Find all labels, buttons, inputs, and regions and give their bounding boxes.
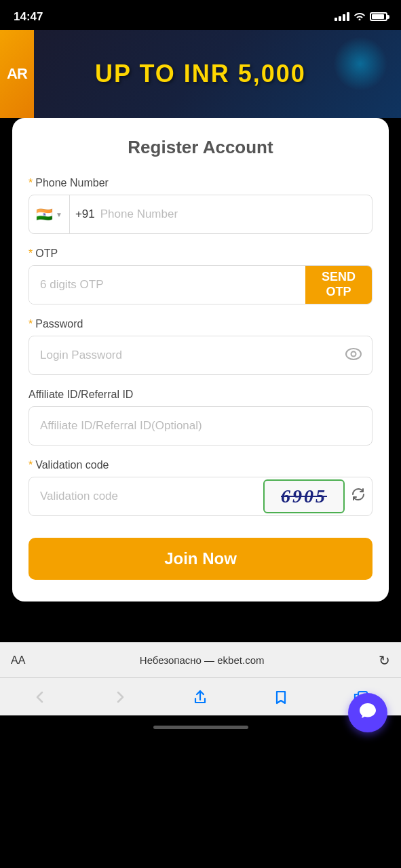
banner-text: UP TO INR 5,000 [95,60,306,88]
wifi-icon [354,11,366,22]
bottom-nav [0,677,401,715]
phone-prefix: +91 [70,208,100,221]
chat-bubble-icon [358,701,377,725]
otp-required-star: * [28,248,33,260]
signal-bars-icon [335,12,349,21]
bookmarks-button[interactable] [263,684,299,710]
refresh-captcha-icon[interactable] [350,486,366,507]
otp-wrapper: SEND OTP [28,265,373,304]
otp-label: * OTP [28,248,373,260]
back-button[interactable] [22,684,58,710]
password-input[interactable] [29,336,335,374]
svg-point-0 [346,349,361,359]
captcha-image: 6905 [263,479,345,513]
validation-wrapper: 6905 [28,477,373,516]
browser-aa[interactable]: AA [11,654,25,667]
chat-bubble-button[interactable] [348,693,387,732]
password-field-group: * Password [28,318,373,375]
home-bar [153,726,248,729]
status-bar: 14:47 [0,0,401,30]
affiliate-field-group: Affiliate ID/Referral ID [28,389,373,446]
banner-glow [333,37,387,91]
status-time: 14:47 [14,10,43,24]
country-selector[interactable]: 🇮🇳 ▼ [29,195,70,233]
share-button[interactable] [182,684,218,710]
password-wrapper [28,336,373,375]
affiliate-input[interactable] [28,406,373,446]
browser-bar: AA Небезопасно — ekbet.com ↻ [0,642,401,677]
validation-label: * Validation code [28,459,373,471]
otp-field-group: * OTP SEND OTP [28,248,373,304]
battery-icon [370,12,387,21]
svg-point-1 [351,352,356,357]
flag-icon: 🇮🇳 [36,206,53,222]
validation-required-star: * [28,459,33,471]
spacer [0,601,401,642]
phone-input[interactable] [100,195,372,233]
browser-url[interactable]: Небезопасно — ekbet.com [32,654,372,666]
password-required-star: * [28,318,33,330]
phone-label: * Phone Number [28,177,373,189]
captcha-text: 6905 [281,486,327,507]
validation-field-group: * Validation code 6905 [28,459,373,516]
modal-title: Register Account [28,137,373,158]
home-indicator [0,715,401,738]
otp-input[interactable] [29,266,305,304]
forward-button[interactable] [102,684,138,710]
validation-input[interactable] [29,477,258,515]
affiliate-label: Affiliate ID/Referral ID [28,389,373,401]
browser-refresh-icon[interactable]: ↻ [379,652,390,669]
phone-required-star: * [28,177,33,189]
register-modal: Register Account * Phone Number 🇮🇳 ▼ +91… [12,118,389,601]
phone-field-group: * Phone Number 🇮🇳 ▼ +91 [28,177,373,234]
status-icons [335,11,387,22]
password-label: * Password [28,318,373,330]
ar-badge: AR [0,30,34,118]
chevron-down-icon: ▼ [56,211,62,218]
send-otp-button[interactable]: SEND OTP [305,266,372,304]
join-now-button[interactable]: Join Now [28,538,373,580]
phone-input-wrapper: 🇮🇳 ▼ +91 [28,195,373,234]
show-password-icon[interactable] [335,347,372,364]
promo-banner: AR UP TO INR 5,000 [0,30,401,118]
